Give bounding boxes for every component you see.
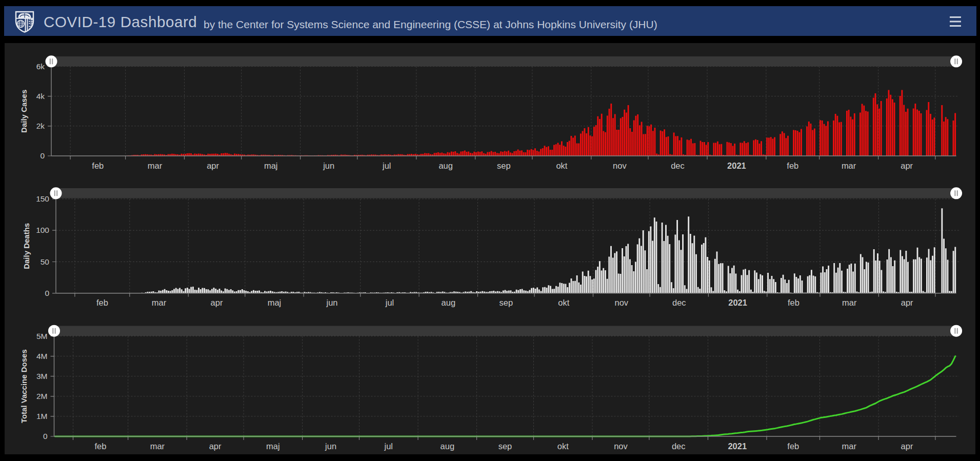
svg-text:feb: feb xyxy=(95,442,107,451)
svg-text:mar: mar xyxy=(150,442,165,451)
svg-text:apr: apr xyxy=(901,161,913,170)
svg-text:feb: feb xyxy=(787,161,798,170)
svg-text:apr: apr xyxy=(901,298,913,307)
svg-text:mar: mar xyxy=(842,442,857,451)
svg-text:3M: 3M xyxy=(36,372,48,380)
svg-text:nov: nov xyxy=(613,161,627,170)
svg-text:Daily Deaths: Daily Deaths xyxy=(22,223,31,269)
svg-text:apr: apr xyxy=(207,161,219,170)
svg-text:0: 0 xyxy=(45,289,49,297)
svg-text:maj: maj xyxy=(264,161,278,170)
svg-text:2k: 2k xyxy=(36,122,45,130)
svg-text:50: 50 xyxy=(41,257,50,266)
svg-text:sep: sep xyxy=(497,161,511,170)
svg-text:jun: jun xyxy=(325,442,336,451)
svg-text:0: 0 xyxy=(40,151,45,160)
svg-text:sep: sep xyxy=(498,442,512,451)
svg-text:mar: mar xyxy=(148,161,163,170)
svg-text:apr: apr xyxy=(901,442,913,451)
svg-text:okt: okt xyxy=(556,161,567,170)
svg-text:jul: jul xyxy=(382,161,391,170)
svg-text:maj: maj xyxy=(266,442,280,451)
svg-text:maj: maj xyxy=(268,298,282,307)
svg-text:4M: 4M xyxy=(36,352,48,360)
svg-text:apr: apr xyxy=(211,298,223,307)
svg-text:aug: aug xyxy=(441,442,455,451)
svg-text:jul: jul xyxy=(385,298,394,307)
svg-text:feb: feb xyxy=(96,298,108,307)
svg-text:feb: feb xyxy=(92,161,104,170)
svg-text:150: 150 xyxy=(36,194,49,203)
svg-text:Daily Cases: Daily Cases xyxy=(19,90,28,133)
svg-text:4k: 4k xyxy=(36,92,45,101)
svg-text:100: 100 xyxy=(36,226,49,234)
svg-text:nov: nov xyxy=(614,442,628,451)
svg-text:2M: 2M xyxy=(36,392,48,400)
svg-text:mar: mar xyxy=(152,298,167,307)
svg-text:1M: 1M xyxy=(36,412,48,420)
svg-text:mar: mar xyxy=(842,161,856,170)
svg-text:okt: okt xyxy=(557,442,569,451)
svg-text:jul: jul xyxy=(384,442,393,451)
svg-text:aug: aug xyxy=(442,298,456,307)
svg-text:mar: mar xyxy=(842,298,857,307)
svg-text:dec: dec xyxy=(671,161,685,170)
svg-text:dec: dec xyxy=(672,442,686,451)
svg-text:nov: nov xyxy=(614,298,628,307)
svg-text:feb: feb xyxy=(787,442,799,451)
svg-text:5M: 5M xyxy=(36,332,48,340)
svg-text:sep: sep xyxy=(499,298,513,307)
svg-text:apr: apr xyxy=(209,442,222,451)
svg-text:jun: jun xyxy=(326,298,337,307)
svg-text:feb: feb xyxy=(788,298,799,307)
svg-text:2021: 2021 xyxy=(728,298,747,307)
svg-text:okt: okt xyxy=(558,298,569,307)
svg-text:2021: 2021 xyxy=(727,161,746,170)
svg-text:Total Vaccine Doses: Total Vaccine Doses xyxy=(19,349,28,423)
svg-text:6k: 6k xyxy=(36,62,45,71)
svg-text:dec: dec xyxy=(672,298,686,307)
svg-text:aug: aug xyxy=(438,161,453,170)
svg-text:0: 0 xyxy=(43,432,48,440)
svg-text:jun: jun xyxy=(323,161,334,170)
svg-text:2021: 2021 xyxy=(728,442,747,451)
